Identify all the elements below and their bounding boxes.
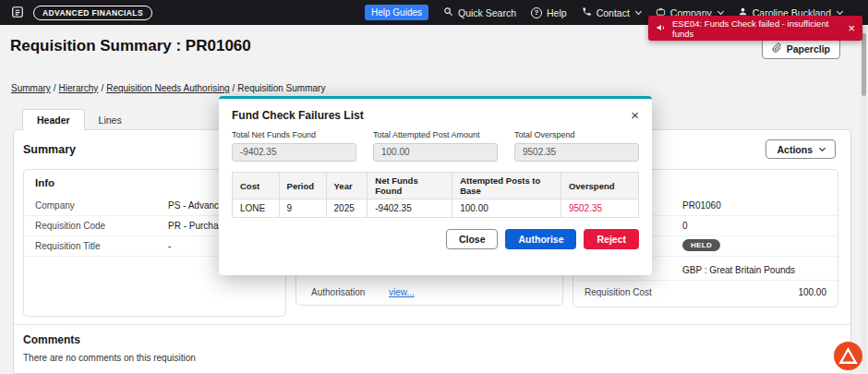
tab-lines[interactable]: Lines xyxy=(85,109,136,130)
status-badge-wrap: HELD xyxy=(682,239,720,251)
field-value: GBP : Great Britain Pounds xyxy=(682,265,795,275)
toast-message: ESE04: Funds Check failed - insufficient… xyxy=(672,18,842,39)
help-guides-button[interactable]: Help Guides xyxy=(365,5,428,20)
table-row: LONE 9 2025 -9402.35 100.00 9502.35 xyxy=(233,199,639,218)
col-header-overspend: Overspend xyxy=(561,173,638,199)
divider xyxy=(14,324,850,325)
field-label: Requisition Title xyxy=(35,241,101,251)
breadcrumb-current: Requisition Summary xyxy=(237,83,325,93)
status-badge: HELD xyxy=(682,239,720,251)
quick-search-label: Quick Search xyxy=(458,7,516,18)
col-header-year: Year xyxy=(326,173,368,199)
chevron-down-icon xyxy=(819,144,826,151)
field-value: 100.00 xyxy=(798,287,826,297)
help-button[interactable]: ? Help xyxy=(531,7,567,18)
col-header-period: Period xyxy=(279,173,326,199)
cell-period: 9 xyxy=(279,199,326,218)
authorise-button[interactable]: Authorise xyxy=(505,229,576,249)
chevron-down-icon xyxy=(717,7,724,14)
total-net-funds-found-field: Total Net Funds Found -9402.35 xyxy=(232,130,356,162)
scrollbar-thumb[interactable] xyxy=(862,33,866,96)
help-label: Help xyxy=(547,7,567,18)
brand-badge[interactable]: ADVANCED FINANCIALS xyxy=(33,6,152,20)
col-header-net-funds-found: Net Funds Found xyxy=(368,173,452,199)
actions-label: Actions xyxy=(777,144,813,155)
detail-row-requisition-cost: Requisition Cost 100.00 xyxy=(573,283,838,303)
close-button[interactable]: Close xyxy=(446,229,499,249)
total-attempted-post-amount-field: Total Attempted Post Amount 100.00 xyxy=(373,130,498,162)
field-label: Total Attempted Post Amount xyxy=(373,130,498,139)
field-value: PR01060 xyxy=(682,200,721,211)
field-label: Total Net Funds Found xyxy=(232,130,356,139)
error-toast: ESE04: Funds Check failed - insufficient… xyxy=(648,16,862,41)
field-label: Authorisation xyxy=(311,287,365,297)
actions-button[interactable]: Actions xyxy=(766,139,836,159)
tab-bar: Header Lines xyxy=(22,109,136,130)
authorisation-row: Authorisation view... xyxy=(296,283,562,303)
alert-icon xyxy=(656,22,667,35)
total-overspend-field: Total Overspend 9502.35 xyxy=(514,130,639,162)
total-attempted-post-amount-input: 100.00 xyxy=(373,143,498,162)
field-label: Total Overspend xyxy=(514,130,639,139)
chevron-down-icon xyxy=(635,7,642,14)
breadcrumb: Summary/Hierarchy/Requisition Needs Auth… xyxy=(11,83,325,93)
contact-label: Contact xyxy=(597,7,630,18)
comments-empty-text: There are no comments on this requisitio… xyxy=(23,353,196,363)
chevron-down-icon xyxy=(837,7,843,14)
reject-button[interactable]: Reject xyxy=(584,229,639,249)
cell-year: 2025 xyxy=(326,199,368,218)
breadcrumb-separator: / xyxy=(233,83,235,93)
total-net-funds-found-input: -9402.35 xyxy=(232,143,356,162)
field-label: Requisition Cost xyxy=(585,287,652,297)
authorisation-view-link[interactable]: view... xyxy=(389,287,415,297)
paperclip-button[interactable]: Paperclip xyxy=(762,38,840,59)
breadcrumb-link-summary[interactable]: Summary xyxy=(11,83,51,93)
cell-net-funds-found: -9402.35 xyxy=(368,199,452,218)
cell-cost: LONE xyxy=(233,199,280,218)
total-overspend-input: 9502.35 xyxy=(514,143,639,162)
summary-heading: Summary xyxy=(23,143,76,156)
field-label: Requisition Code xyxy=(35,221,105,231)
toast-close-icon[interactable]: × xyxy=(848,22,855,34)
tab-header[interactable]: Header xyxy=(22,109,85,130)
cell-overspend: 9502.35 xyxy=(561,199,638,218)
fund-check-failures-modal: Fund Check Failures List × Total Net Fun… xyxy=(219,96,652,275)
field-label: Company xyxy=(35,200,75,211)
paperclip-icon xyxy=(772,42,782,54)
breadcrumb-separator: / xyxy=(101,83,103,93)
page-title: Requisition Summary : PR01060 xyxy=(10,37,251,55)
info-heading: Info xyxy=(35,177,54,188)
quick-search-button[interactable]: Quick Search xyxy=(443,6,516,18)
contact-menu[interactable]: Contact xyxy=(582,6,641,18)
app-logo-icon[interactable] xyxy=(11,6,24,20)
phone-icon xyxy=(582,6,592,18)
breadcrumb-separator: / xyxy=(54,83,56,93)
scrollbar-track[interactable] xyxy=(861,26,867,374)
paperclip-label: Paperclip xyxy=(787,43,830,54)
field-value: 0 xyxy=(682,221,688,231)
modal-close-icon[interactable]: × xyxy=(631,108,639,122)
breadcrumb-link-hierarchy[interactable]: Hierarchy xyxy=(59,83,99,93)
cell-attempted-posts: 100.00 xyxy=(452,199,561,218)
col-header-cost: Cost xyxy=(233,173,280,199)
table-header-row: Cost Period Year Net Funds Found Attempt… xyxy=(233,173,639,199)
fund-check-table: Cost Period Year Net Funds Found Attempt… xyxy=(232,172,639,218)
advanced-logo-icon[interactable] xyxy=(834,342,862,370)
help-icon: ? xyxy=(531,7,542,18)
modal-title: Fund Check Failures List xyxy=(232,109,364,122)
col-header-attempted-posts: Attempted Posts to Base xyxy=(452,173,561,199)
breadcrumb-link-requisition-needs-authorising[interactable]: Requisition Needs Authorising xyxy=(106,83,229,93)
search-icon xyxy=(443,6,453,18)
field-value: - xyxy=(168,241,171,251)
comments-heading: Comments xyxy=(23,333,80,346)
